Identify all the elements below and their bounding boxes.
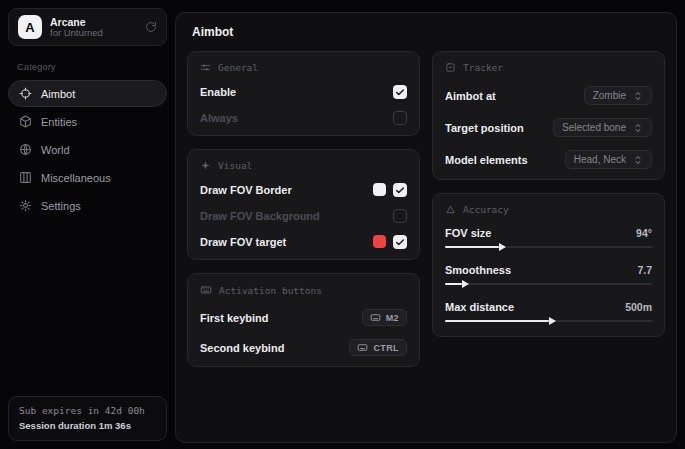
select-value: Selected bone [562,122,626,133]
setting-label: Smoothness [445,264,511,276]
sidebar-item-label: Aimbot [41,88,75,100]
triangle-icon [445,204,456,215]
setting-row-enable: Enable [200,84,407,99]
visual-card: Visual Draw FOV Border Draw FOV Backgrou… [187,149,420,260]
max-distance-row: Max distance 500m [445,301,652,313]
tracker-card: Tracker Aimbot at Zombie Target position [432,51,665,180]
general-header: General [200,62,407,73]
category-label: Category [17,61,167,72]
setting-row-fov-target: Draw FOV target [200,234,407,249]
setting-label: Draw FOV Border [200,184,292,196]
smoothness-value: 7.7 [637,264,652,276]
smoothness-slider[interactable] [445,279,652,289]
select-value: Zombie [593,90,626,101]
setting-row-fov-border: Draw FOV Border [200,182,407,197]
chevrons-up-down-icon [633,91,643,101]
setting-label: Target position [445,122,524,134]
sidebar-item-aimbot[interactable]: Aimbot [8,80,167,107]
refresh-icon[interactable] [145,21,157,33]
setting-row-aimbot-at: Aimbot at Zombie [445,86,652,105]
select-value: Head, Neck [574,154,626,165]
slider-track [445,283,652,285]
chevrons-up-down-icon [633,123,643,133]
right-column: Tracker Aimbot at Zombie Target position [432,51,665,367]
cube-icon [19,115,32,128]
visual-header-label: Visual [218,160,252,171]
fov-border-checkbox[interactable] [393,183,407,197]
sidebar-item-entities[interactable]: Entities [8,108,167,135]
keyboard-icon [357,342,368,353]
setting-row-second-keybind: Second keybind CTRL [200,339,407,356]
accuracy-card: Accuracy FOV size 94° Smoothness 7.7 [432,193,665,337]
subscription-card: Sub expires in 42d 00h Session duration … [8,396,167,441]
app-logo: A [18,15,42,39]
setting-row-target-position: Target position Selected bone [445,118,652,137]
setting-row-fov-background: Draw FOV Background [200,208,407,223]
setting-label: Aimbot at [445,90,496,102]
sidebar: A Arcane for Unturned Category Aimbot En… [0,0,175,449]
activation-header: Activation buttons [200,284,407,296]
setting-row-model-elements: Model elements Head, Neck [445,150,652,169]
sidebar-item-world[interactable]: World [8,136,167,163]
check-icon [395,237,405,247]
target-position-select[interactable]: Selected bone [553,118,652,137]
setting-row-first-keybind: First keybind M2 [200,309,407,326]
setting-label: FOV size [445,227,491,239]
slider-fill [445,246,499,248]
sidebar-item-label: Settings [41,200,81,212]
page-title: Aimbot [192,25,665,39]
sparkle-icon [200,160,211,171]
setting-label: Always [200,112,238,124]
fov-target-checkbox[interactable] [393,235,407,249]
sidebar-item-label: Miscellaneous [41,172,111,184]
crosshair-icon [19,87,32,100]
max-distance-slider[interactable] [445,316,652,326]
second-keybind-button[interactable]: CTRL [349,339,407,356]
visual-header: Visual [200,160,407,171]
activation-header-label: Activation buttons [219,285,322,296]
fov-size-value: 94° [636,227,652,239]
general-card: General Enable Always [187,51,420,136]
keybind-value: CTRL [373,343,399,353]
fov-border-color-swatch[interactable] [373,183,386,196]
app-header: A Arcane for Unturned [8,8,167,46]
grid-icon [19,171,32,184]
first-keybind-button[interactable]: M2 [362,309,407,326]
fov-target-color-swatch[interactable] [373,235,386,248]
setting-label: Max distance [445,301,514,313]
keyboard-icon [200,284,212,296]
check-icon [395,185,405,195]
gear-icon [19,199,32,212]
slider-fill [445,320,549,322]
session-duration: Session duration 1m 36s [19,420,156,431]
app-meta: Arcane for Unturned [50,16,103,39]
tracker-header: Tracker [445,62,652,73]
setting-row-always: Always [200,110,407,125]
fov-background-checkbox[interactable] [393,209,407,223]
left-column: General Enable Always [187,51,420,367]
setting-label: Second keybind [200,342,284,354]
enable-checkbox[interactable] [393,85,407,99]
keyboard-icon [370,312,381,323]
always-checkbox[interactable] [393,111,407,125]
app-name: Arcane [50,16,103,28]
aimbot-at-select[interactable]: Zombie [584,86,652,105]
check-icon [395,87,405,97]
accuracy-header: Accuracy [445,204,652,215]
sidebar-item-settings[interactable]: Settings [8,192,167,219]
slider-fill [445,283,462,285]
chevrons-up-down-icon [633,155,643,165]
max-distance-value: 500m [625,301,652,313]
sidebar-item-miscellaneous[interactable]: Miscellaneous [8,164,167,191]
smoothness-row: Smoothness 7.7 [445,264,652,276]
fov-size-slider[interactable] [445,242,652,252]
setting-label: Draw FOV target [200,236,286,248]
app-subtitle: for Unturned [50,28,103,39]
accuracy-header-label: Accuracy [463,204,509,215]
model-elements-select[interactable]: Head, Neck [565,150,652,169]
sliders-icon [200,62,211,73]
sidebar-item-label: World [41,144,70,156]
setting-label: Draw FOV Background [200,210,320,222]
sidebar-item-label: Entities [41,116,77,128]
keybind-value: M2 [386,313,399,323]
